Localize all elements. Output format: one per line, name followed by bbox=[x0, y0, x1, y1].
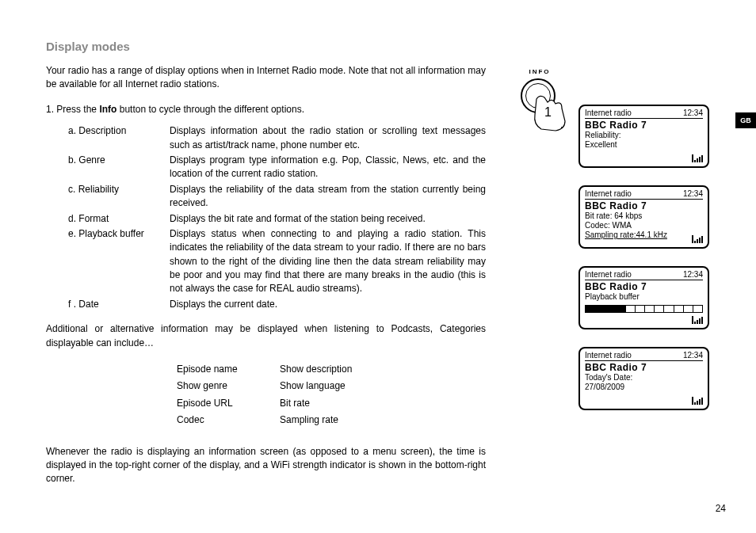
option-row: f . DateDisplays the current date. bbox=[68, 298, 486, 311]
opt-label: b. Genre bbox=[68, 154, 170, 181]
screen-reliability: Internet radio 12:34 BBC Radio 7 Reliabi… bbox=[578, 105, 709, 168]
screen-buffer: Internet radio 12:34 BBC Radio 7 Playbac… bbox=[578, 266, 709, 329]
podcast-grid: Episode nameShow description Show genreS… bbox=[177, 361, 486, 429]
step-1: 1. Press the Info button to cycle throug… bbox=[46, 103, 486, 116]
svg-rect-16 bbox=[692, 397, 693, 405]
svg-rect-18 bbox=[697, 401, 698, 405]
opt-desc: Displays program type information e.g. P… bbox=[170, 154, 486, 181]
screen-date: Internet radio 12:34 BBC Radio 7 Today's… bbox=[578, 347, 709, 410]
screen-line: Sampling rate:44.1 kHz bbox=[585, 230, 703, 240]
screen-format: Internet radio 12:34 BBC Radio 7 Bit rat… bbox=[578, 185, 709, 249]
screen-line: Playback buffer bbox=[585, 292, 703, 302]
page-heading: Display modes bbox=[46, 40, 732, 53]
svg-rect-17 bbox=[694, 402, 696, 405]
screen-line: Today's Date: bbox=[585, 373, 703, 383]
podcast-cell: Show description bbox=[280, 361, 383, 378]
podcast-cell: Codec bbox=[177, 412, 280, 428]
opt-label: f . Date bbox=[68, 298, 170, 311]
svg-rect-7 bbox=[694, 241, 696, 243]
svg-rect-13 bbox=[697, 320, 698, 324]
svg-rect-15 bbox=[701, 317, 703, 324]
wifi-icon bbox=[692, 316, 703, 326]
screen-mode: Internet radio bbox=[585, 351, 632, 360]
screen-line: Reliability: bbox=[585, 131, 703, 140]
screen-line: Excellent bbox=[585, 140, 703, 150]
screen-mode: Internet radio bbox=[585, 270, 632, 279]
step1-suffix: button to cycle through the different op… bbox=[116, 104, 304, 115]
svg-point-0 bbox=[561, 127, 563, 128]
wifi-icon bbox=[692, 235, 703, 245]
info-bold: Info bbox=[99, 104, 116, 115]
options-list: a. DescriptionDisplays information about… bbox=[68, 124, 486, 311]
option-row: e. Playback bufferDisplays status when c… bbox=[68, 227, 486, 296]
opt-label: e. Playback buffer bbox=[68, 227, 170, 296]
svg-rect-10 bbox=[701, 236, 703, 243]
content-column: Your radio has a range of display option… bbox=[46, 64, 486, 486]
step-number: 1 bbox=[544, 105, 552, 120]
opt-label: c. Reliability bbox=[68, 183, 170, 211]
svg-rect-11 bbox=[692, 316, 693, 324]
intro-text: Your radio has a range of display option… bbox=[46, 64, 486, 92]
screen-time: 12:34 bbox=[683, 270, 703, 279]
svg-rect-20 bbox=[701, 398, 703, 405]
info-button-label: INFO bbox=[516, 68, 563, 75]
opt-desc: Displays the reliability of the data str… bbox=[170, 183, 486, 211]
page-number: 24 bbox=[716, 503, 726, 514]
svg-rect-3 bbox=[697, 158, 698, 162]
option-row: c. ReliabilityDisplays the reliability o… bbox=[68, 183, 486, 211]
svg-rect-8 bbox=[697, 239, 698, 243]
screen-line: Bit rate: 64 kbps bbox=[585, 211, 703, 221]
step1-prefix: 1. Press the bbox=[46, 104, 99, 115]
svg-rect-19 bbox=[699, 399, 701, 405]
option-row: a. DescriptionDisplays information about… bbox=[68, 124, 486, 152]
svg-rect-1 bbox=[692, 154, 693, 162]
screen-station: BBC Radio 7 bbox=[585, 120, 703, 131]
screen-station: BBC Radio 7 bbox=[585, 362, 703, 373]
display-screens: Internet radio 12:34 BBC Radio 7 Reliabi… bbox=[578, 105, 709, 428]
podcast-cell: Episode URL bbox=[177, 395, 280, 412]
opt-label: a. Description bbox=[68, 124, 170, 152]
screen-line: Codec: WMA bbox=[585, 221, 703, 230]
svg-rect-14 bbox=[699, 318, 701, 324]
svg-rect-12 bbox=[694, 322, 696, 324]
wifi-icon bbox=[692, 397, 703, 406]
screen-station: BBC Radio 7 bbox=[585, 281, 703, 292]
screen-time: 12:34 bbox=[683, 351, 703, 360]
podcast-cell: Episode name bbox=[177, 361, 280, 378]
screen-time: 12:34 bbox=[683, 109, 703, 117]
wifi-icon bbox=[692, 154, 703, 164]
opt-label: d. Format bbox=[68, 212, 170, 226]
opt-desc: Displays the bit rate and format of the … bbox=[170, 212, 486, 226]
podcast-cell: Show genre bbox=[177, 378, 280, 394]
svg-rect-4 bbox=[699, 157, 701, 162]
additional-text: Additional or alternative information ma… bbox=[46, 322, 486, 350]
language-tab-gb: GB bbox=[735, 112, 756, 128]
option-row: b. GenreDisplays program type informatio… bbox=[68, 154, 486, 181]
opt-desc: Displays status when connecting to and p… bbox=[170, 227, 486, 296]
buffer-bar-icon bbox=[585, 305, 703, 313]
info-button-graphic: 1 bbox=[510, 78, 573, 137]
option-row: d. FormatDisplays the bit rate and forma… bbox=[68, 212, 486, 226]
svg-rect-2 bbox=[694, 160, 696, 162]
svg-rect-5 bbox=[701, 155, 703, 162]
podcast-cell: Sampling rate bbox=[280, 412, 383, 428]
opt-desc: Displays the current date. bbox=[170, 298, 486, 311]
screen-mode: Internet radio bbox=[585, 109, 632, 117]
closing-text: Whenever the radio is displaying an info… bbox=[46, 445, 486, 486]
screen-line: 27/08/2009 bbox=[585, 383, 703, 392]
svg-rect-6 bbox=[692, 235, 693, 243]
screen-mode: Internet radio bbox=[585, 189, 632, 198]
svg-rect-9 bbox=[699, 238, 701, 243]
podcast-cell: Bit rate bbox=[280, 395, 383, 412]
screen-time: 12:34 bbox=[683, 189, 703, 198]
podcast-cell: Show language bbox=[280, 378, 383, 394]
screen-station: BBC Radio 7 bbox=[585, 200, 703, 211]
opt-desc: Displays information about the radio sta… bbox=[170, 124, 486, 152]
